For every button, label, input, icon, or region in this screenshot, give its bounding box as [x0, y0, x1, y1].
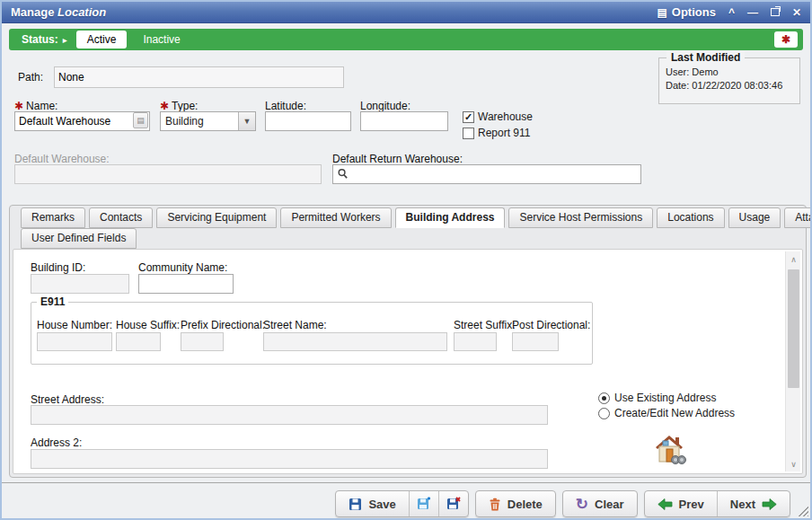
clear-button[interactable]: ↻ Clear: [563, 491, 637, 516]
longitude-input[interactable]: [360, 111, 448, 131]
asterisk-icon: ✱: [781, 33, 790, 46]
collapse-button[interactable]: ^: [728, 7, 735, 18]
refresh-icon: ↻: [576, 497, 588, 512]
path-input[interactable]: [54, 66, 344, 88]
name-lookup-button[interactable]: ▤: [133, 112, 148, 128]
house-number-label: House Number:: [37, 319, 112, 331]
prev-button[interactable]: Prev: [645, 491, 717, 516]
save-button-group: Save: [335, 490, 468, 517]
save-button[interactable]: Save: [336, 491, 408, 516]
latitude-label: Latitude:: [265, 100, 306, 112]
default-return-warehouse-label: Default Return Warehouse:: [332, 153, 463, 165]
tab-building-address[interactable]: Building Address: [395, 207, 506, 228]
radio-create-new-address[interactable]: Create/Edit New Address: [598, 407, 735, 419]
default-return-warehouse-input[interactable]: [332, 164, 641, 184]
street-name-input: [263, 332, 447, 351]
chevron-up-icon: ∧: [790, 255, 797, 264]
type-select[interactable]: Building ▼: [160, 111, 256, 131]
default-warehouse-input: [14, 164, 322, 184]
options-label: Options: [672, 5, 716, 19]
default-return-warehouse-wrap: [332, 164, 641, 184]
tab-contacts[interactable]: Contacts: [89, 207, 153, 228]
manage-location-window: Manage Location ▤ Options ^ — ✕ Status: …: [0, 0, 812, 520]
post-directional-input: [512, 332, 559, 351]
next-label: Next: [730, 498, 755, 511]
type-value: Building: [161, 115, 238, 128]
building-id-label: Building ID:: [31, 261, 85, 274]
path-label: Path:: [18, 71, 43, 84]
address2-label: Address 2:: [31, 436, 82, 449]
vertical-scrollbar[interactable]: ∧ ∨: [785, 251, 800, 472]
report911-checkbox[interactable]: Report 911: [463, 127, 530, 139]
tab-permitted-workers[interactable]: Permitted Workers: [280, 207, 391, 228]
tab-user-defined-fields[interactable]: User Defined Fields: [21, 228, 137, 249]
longitude-label: Longitude:: [360, 100, 410, 112]
text-lookup-icon: ▤: [137, 116, 145, 125]
search-icon: [337, 168, 349, 180]
tab-attachments[interactable]: Attachments: [784, 207, 812, 228]
street-suffix-input: [454, 332, 497, 351]
radio-create-new-label: Create/Edit New Address: [614, 407, 735, 419]
street-name-label: Street Name:: [263, 319, 327, 331]
radio-selected-icon: [598, 392, 610, 404]
checkbox-unchecked-icon: [463, 128, 474, 139]
house-suffix-input: [116, 332, 161, 351]
status-option-active[interactable]: Active: [76, 31, 128, 48]
close-button[interactable]: ✕: [792, 7, 801, 18]
community-name-input[interactable]: [138, 274, 234, 294]
e911-group: E911 House Number: House Suffix: Prefix …: [31, 302, 593, 365]
prev-label: Prev: [679, 498, 704, 511]
required-flag-button[interactable]: ✱: [774, 31, 798, 48]
window-title: Manage Location: [11, 5, 106, 19]
save-label: Save: [368, 498, 395, 511]
status-label: Status:: [22, 33, 58, 46]
resize-grip[interactable]: [798, 506, 808, 516]
last-modified-box: Last Modified User: Demo Date: 01/22/202…: [658, 57, 800, 104]
save-and-new-button[interactable]: [409, 491, 438, 516]
next-button[interactable]: Next: [717, 491, 790, 516]
tab-locations[interactable]: Locations: [657, 207, 724, 228]
scroll-up-button[interactable]: ∧: [786, 251, 801, 267]
tab-service-host-permissions[interactable]: Service Host Permissions: [508, 207, 653, 228]
scroll-down-button[interactable]: ∨: [786, 456, 801, 472]
building-address-tab-content: Building ID: Community Name: E911 House …: [13, 249, 803, 474]
save-and-close-button[interactable]: [438, 491, 468, 516]
name-input[interactable]: [14, 111, 150, 131]
arrow-left-icon: [658, 498, 673, 510]
last-modified-legend: Last Modified: [666, 51, 745, 64]
options-button[interactable]: ▤ Options: [657, 5, 715, 19]
prefix-directional-label: Prefix Directional:: [181, 319, 265, 331]
popout-button[interactable]: [771, 8, 780, 16]
community-name-label: Community Name:: [138, 261, 227, 274]
minimize-icon: —: [747, 7, 758, 18]
required-icon: ✱: [14, 100, 23, 112]
street-address-label: Street Address:: [31, 393, 104, 406]
save-and-close-icon: [446, 497, 461, 511]
status-option-inactive[interactable]: Inactive: [143, 33, 180, 46]
delete-button[interactable]: Delete: [476, 491, 555, 516]
street-address-input: [31, 405, 548, 425]
last-modified-date: Date: 01/22/2020 08:03:46: [666, 80, 793, 91]
chevron-up-icon: ^: [728, 7, 735, 18]
latitude-input[interactable]: [265, 111, 351, 131]
tab-servicing-equipment[interactable]: Servicing Equipment: [156, 207, 277, 228]
status-bar: Status: ▸ Active Inactive ✱: [9, 29, 803, 50]
report911-checkbox-label: Report 911: [478, 127, 530, 139]
minimize-button[interactable]: —: [747, 7, 758, 18]
address-lookup-house-icon: [652, 434, 686, 466]
close-icon: ✕: [792, 7, 801, 18]
name-label: ✱Name:: [14, 100, 57, 112]
status-arrow-icon: ▸: [63, 35, 67, 45]
tab-remarks[interactable]: Remarks: [21, 207, 85, 228]
radio-use-existing-address[interactable]: Use Existing Address: [598, 392, 716, 404]
scrollbar-thumb[interactable]: [788, 269, 799, 388]
delete-label: Delete: [508, 498, 543, 511]
chevron-down-icon: ∨: [790, 460, 797, 469]
chevron-down-icon: ▼: [238, 112, 255, 130]
tab-strip: Remarks Contacts Servicing Equipment Per…: [10, 206, 806, 249]
required-icon: ✱: [160, 100, 169, 112]
warehouse-checkbox[interactable]: ✓ Warehouse: [463, 110, 533, 123]
default-warehouse-label: Default Warehouse:: [14, 153, 110, 165]
clear-label: Clear: [595, 498, 624, 511]
tab-usage[interactable]: Usage: [728, 207, 781, 228]
